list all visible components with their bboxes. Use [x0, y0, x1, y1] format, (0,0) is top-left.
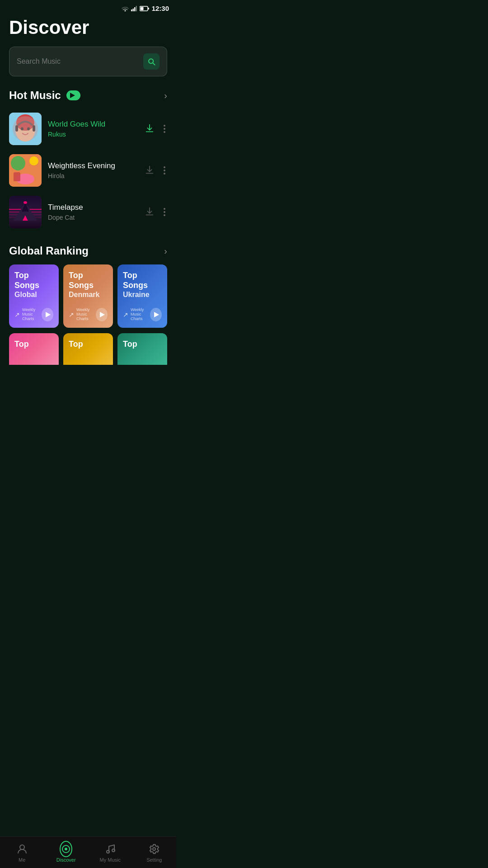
search-bar[interactable] [9, 47, 167, 76]
song-info-1: World Goes Wild Rukus [48, 120, 136, 138]
svg-rect-2 [134, 7, 136, 11]
song-actions-3 [143, 205, 167, 220]
ranking-card-ukraine-subtitle: WeeklyMusic Charts [131, 308, 150, 321]
ranking-card-global-country: Global [14, 290, 53, 299]
global-ranking-chevron[interactable]: › [164, 246, 167, 256]
download-button-3[interactable] [143, 205, 156, 220]
main-content: Discover Hot Music › [0, 15, 176, 365]
song-thumb-3 [9, 196, 42, 228]
song-artist-2: Hirola [48, 172, 136, 179]
ranking-card-denmark-footer-left: ↗ WeeklyMusic Charts [69, 308, 96, 321]
ranking-card-global-subtitle: WeeklyMusic Charts [22, 308, 42, 321]
song-actions-1 [143, 122, 167, 137]
song-item-3[interactable]: Timelapse Dope Cat [9, 192, 167, 232]
search-button[interactable] [143, 53, 160, 70]
chart-arrow-icon: ↗ [123, 311, 128, 318]
svg-point-13 [27, 127, 30, 131]
ranking-card-pink[interactable]: Top [9, 333, 59, 365]
global-ranking-section-header: Global Ranking › [9, 245, 167, 257]
ranking-card-ukraine-footer-left: ↗ WeeklyMusic Charts [123, 308, 150, 321]
ranking-card-ukraine-country: Ukraine [123, 290, 162, 299]
ranking-card-global-title: Top Songs Global [14, 271, 53, 299]
ranking-card-pink-title: Top [14, 340, 53, 349]
svg-point-26 [23, 201, 27, 204]
song-thumb-2 [9, 154, 42, 187]
ranking-card-denmark-songs: Songs [69, 281, 108, 291]
svg-point-9 [16, 114, 34, 131]
more-dot [164, 170, 165, 171]
more-dot [164, 208, 165, 210]
more-button-2[interactable] [162, 165, 167, 176]
ranking-card-global-songs: Songs [14, 281, 53, 291]
download-button-1[interactable] [143, 122, 156, 137]
download-icon-2 [145, 165, 155, 175]
ranking-card-denmark-footer: ↗ WeeklyMusic Charts [69, 308, 108, 321]
status-time: 12:30 [152, 5, 169, 12]
search-input[interactable] [17, 57, 143, 66]
ranking-card-denmark-play[interactable] [96, 308, 108, 321]
ranking-card-denmark-title: Top Songs Denmark [69, 271, 108, 299]
svg-rect-11 [33, 125, 35, 132]
ranking-card-ukraine-footer: ↗ WeeklyMusic Charts [123, 308, 162, 321]
page-title: Discover [9, 17, 167, 38]
ranking-card-denmark[interactable]: Top Songs Denmark ↗ WeeklyMusic Charts [63, 264, 113, 328]
more-dot [164, 128, 165, 130]
svg-rect-5 [140, 7, 143, 10]
song-artist-1: Rukus [48, 131, 136, 138]
wifi-icon [122, 6, 129, 11]
ranking-card-ukraine-play[interactable] [150, 308, 162, 321]
song-artist-3: Dope Cat [48, 214, 136, 221]
ranking-card-ukraine-top: Top [123, 271, 162, 281]
svg-point-8 [15, 118, 35, 142]
svg-rect-0 [131, 9, 132, 11]
svg-rect-6 [148, 8, 149, 9]
ranking-card-denmark-subtitle: WeeklyMusic Charts [76, 308, 96, 321]
ranking-card-global[interactable]: Top Songs Global ↗ WeeklyMusic Charts [9, 264, 59, 328]
ranking-card-ukraine[interactable]: Top Songs Ukraine ↗ WeeklyMusic Charts [117, 264, 167, 328]
ranking-card-teal[interactable]: Top [117, 333, 167, 365]
hot-music-title-row: Hot Music [9, 89, 80, 102]
chart-arrow-icon: ↗ [14, 311, 20, 318]
ranking-card-denmark-top: Top [69, 271, 108, 281]
ranking-card-ukraine-title: Top Songs Ukraine [123, 271, 162, 299]
more-dot [164, 131, 165, 133]
signal-icon [131, 6, 137, 11]
song-info-2: Weightless Evening Hirola [48, 161, 136, 179]
ranking-card-global-play-icon [46, 312, 51, 317]
chart-arrow-icon: ↗ [69, 311, 74, 318]
download-icon-3 [145, 207, 155, 217]
song-item-2[interactable]: Weightless Evening Hirola [9, 151, 167, 190]
download-button-2[interactable] [143, 163, 156, 178]
ranking-card-global-top: Top [14, 271, 53, 281]
ranking-card-global-footer: ↗ WeeklyMusic Charts [14, 308, 53, 321]
ranking-grid-row2: Top Top Top [9, 333, 167, 365]
status-bar: 12:30 [0, 0, 176, 15]
search-icon [147, 57, 156, 66]
song-name-3: Timelapse [48, 203, 136, 212]
song-name-2: Weightless Evening [48, 161, 136, 170]
svg-point-12 [21, 127, 23, 131]
ranking-card-yellow-top: Top [69, 340, 108, 349]
more-dot [164, 214, 165, 216]
svg-rect-10 [15, 125, 18, 132]
hot-music-play-toggle[interactable] [66, 90, 80, 100]
hot-music-title: Hot Music [9, 89, 61, 102]
svg-rect-1 [132, 9, 134, 11]
more-dot [164, 211, 165, 213]
hot-music-section-header: Hot Music › [9, 89, 167, 102]
svg-rect-18 [14, 172, 20, 181]
hot-music-chevron[interactable]: › [164, 90, 167, 101]
more-button-3[interactable] [162, 206, 167, 218]
ranking-card-yellow[interactable]: Top [63, 333, 113, 365]
status-icons: 12:30 [122, 5, 169, 12]
more-dot [164, 125, 165, 127]
ranking-card-ukraine-play-icon [154, 312, 159, 317]
play-toggle-icon [70, 93, 75, 98]
ranking-card-denmark-country: Denmark [69, 290, 108, 299]
song-item-1[interactable]: World Goes Wild Rukus [9, 109, 167, 149]
svg-rect-7 [9, 113, 42, 145]
more-button-1[interactable] [162, 123, 167, 135]
ranking-card-global-play[interactable] [42, 308, 53, 321]
download-icon-1 [145, 123, 155, 133]
ranking-card-teal-title: Top [123, 340, 162, 349]
